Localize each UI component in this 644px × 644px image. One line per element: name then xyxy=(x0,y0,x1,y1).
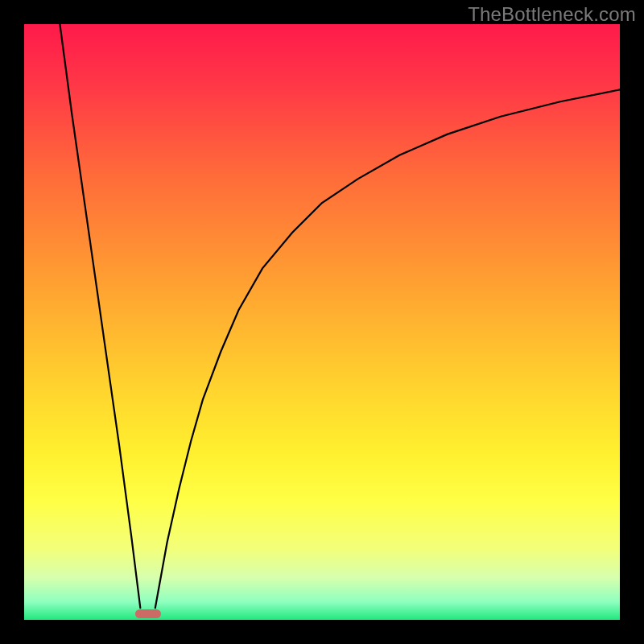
curve-left-branch xyxy=(60,24,140,608)
curve-right-branch xyxy=(155,89,620,608)
optimal-zone-marker xyxy=(135,609,162,617)
chart-frame: TheBottleneck.com xyxy=(0,0,644,644)
watermark-text: TheBottleneck.com xyxy=(468,3,636,26)
plot-area xyxy=(24,24,620,620)
bottleneck-curve xyxy=(24,24,620,620)
